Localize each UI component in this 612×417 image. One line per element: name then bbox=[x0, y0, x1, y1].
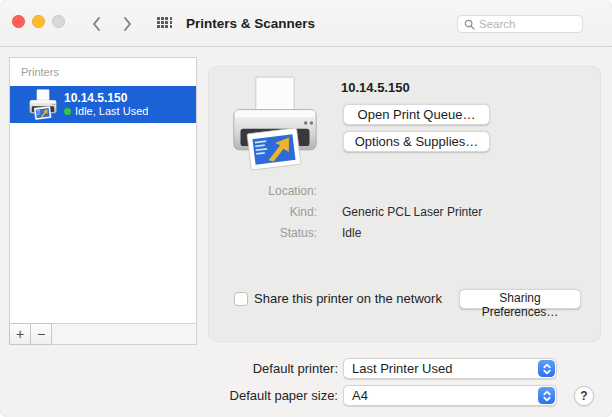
show-all-grid-icon[interactable] bbox=[157, 17, 172, 28]
selected-printer-name: 10.14.5.150 bbox=[341, 80, 410, 95]
kind-value: Generic PCL Laser Printer bbox=[342, 205, 482, 219]
titlebar: Printers & Scanners Search bbox=[0, 0, 612, 47]
default-printer-label: Default printer: bbox=[208, 359, 338, 379]
search-icon bbox=[464, 19, 475, 30]
back-button[interactable] bbox=[85, 13, 107, 35]
printer-icon bbox=[28, 89, 58, 120]
kind-label: Kind: bbox=[209, 205, 317, 219]
sharing-preferences-button[interactable]: Sharing Preferences… bbox=[459, 289, 581, 309]
share-printer-label: Share this printer on the network bbox=[254, 291, 442, 306]
remove-printer-button[interactable]: − bbox=[30, 323, 52, 345]
stepper-icon bbox=[538, 387, 555, 404]
printers-scanners-window: Printers & Scanners Search Printers bbox=[0, 0, 612, 417]
info-row-status: Status: Idle bbox=[209, 226, 602, 240]
status-value: Idle bbox=[342, 226, 361, 240]
info-row-location: Location: bbox=[209, 184, 602, 198]
close-button[interactable] bbox=[12, 15, 25, 28]
options-supplies-button[interactable]: Options & Supplies… bbox=[343, 131, 490, 152]
list-toolbar: + − bbox=[10, 323, 196, 344]
open-print-queue-button[interactable]: Open Print Queue… bbox=[343, 104, 490, 125]
search-field[interactable]: Search bbox=[457, 15, 583, 33]
printer-detail-panel: 10.14.5.150 Open Print Queue… Options & … bbox=[208, 66, 601, 342]
default-paper-size-select[interactable]: A4 bbox=[343, 385, 557, 406]
minimize-button[interactable] bbox=[32, 15, 45, 28]
stepper-icon bbox=[538, 360, 555, 377]
printers-section-label: Printers bbox=[21, 66, 59, 78]
default-paper-size-value: A4 bbox=[352, 388, 368, 403]
printer-list-item[interactable]: 10.14.5.150 Idle, Last Used bbox=[10, 86, 196, 123]
status-label: Status: bbox=[209, 226, 317, 240]
window-title: Printers & Scanners bbox=[186, 0, 315, 47]
default-printer-select[interactable]: Last Printer Used bbox=[343, 358, 557, 379]
printer-status: Idle, Last Used bbox=[75, 105, 148, 118]
share-row: Share this printer on the network Sharin… bbox=[234, 289, 594, 311]
printer-icon-large bbox=[229, 74, 321, 172]
location-label: Location: bbox=[209, 184, 317, 198]
info-row-kind: Kind: Generic PCL Laser Printer bbox=[209, 205, 602, 219]
printer-list-sidebar: Printers bbox=[9, 57, 197, 345]
share-printer-checkbox[interactable] bbox=[234, 292, 248, 306]
add-printer-button[interactable]: + bbox=[9, 323, 31, 345]
printer-list-item-text: 10.14.5.150 Idle, Last Used bbox=[64, 91, 148, 118]
chevron-right-icon bbox=[123, 16, 133, 32]
chevron-left-icon bbox=[91, 16, 101, 32]
printer-info: Location: Kind: Generic PCL Laser Printe… bbox=[209, 184, 602, 247]
zoom-button bbox=[52, 15, 65, 28]
status-dot-icon bbox=[64, 108, 71, 115]
printer-name: 10.14.5.150 bbox=[64, 91, 148, 105]
search-placeholder: Search bbox=[479, 18, 515, 30]
default-paper-size-label: Default paper size: bbox=[208, 386, 338, 406]
forward-button[interactable] bbox=[117, 13, 139, 35]
default-printer-value: Last Printer Used bbox=[352, 361, 452, 376]
help-button[interactable]: ? bbox=[574, 386, 594, 406]
